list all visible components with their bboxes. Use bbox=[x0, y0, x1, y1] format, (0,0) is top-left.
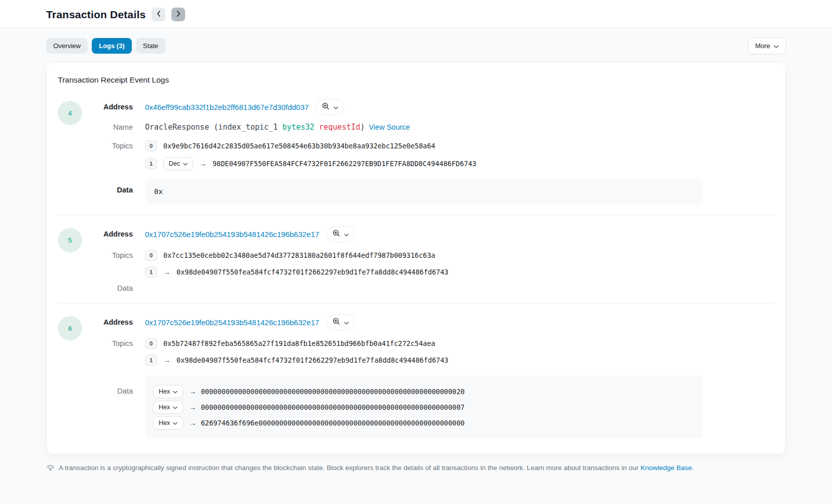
log-divider bbox=[58, 215, 774, 215]
log-entry: 5 Address 0x1707c526e19fe0b254193b548142… bbox=[58, 226, 774, 292]
topic-row: Topics 0 0x5b72487f892feba565865a27f191d… bbox=[58, 338, 774, 349]
more-dropdown-button[interactable]: More bbox=[748, 37, 786, 54]
zoom-in-icon bbox=[333, 318, 340, 327]
data-word-row: Hex → 0000000000000000000000000000000000… bbox=[153, 385, 695, 398]
event-logs-heading: Transaction Receipt Event Logs bbox=[58, 75, 774, 85]
contract-address-link[interactable]: 0x46eff99cab332f1b2eb2ff6813d67e7d30fdd0… bbox=[145, 103, 309, 111]
data-encoding-label: Hex bbox=[159, 388, 170, 395]
log-divider bbox=[58, 303, 774, 303]
chevron-down-icon bbox=[183, 160, 188, 167]
topic-index-badge: 1 bbox=[145, 355, 157, 366]
page-header: Transaction Details bbox=[0, 0, 832, 28]
topic-value: 0x9e9bc7616d42c2835d05ae617e508454e63b30… bbox=[163, 142, 435, 150]
footer-note: A transaction is a cryptographically sig… bbox=[46, 463, 786, 485]
data-label: Data bbox=[58, 376, 133, 395]
chevron-down-icon bbox=[774, 42, 779, 50]
topics-label: Topics bbox=[58, 251, 133, 259]
arrow-right-icon: → bbox=[189, 403, 196, 411]
log-index-badge: 4 bbox=[58, 101, 82, 125]
topic-index-badge: 1 bbox=[145, 266, 157, 278]
zoom-in-icon bbox=[322, 102, 330, 111]
data-encoding-dropdown[interactable]: Hex bbox=[153, 385, 183, 398]
topic-index-badge: 0 bbox=[145, 338, 157, 349]
topic-value: 0x5b72487f892feba565865a27f191da8fb1e852… bbox=[163, 339, 435, 347]
lightbulb-icon bbox=[46, 463, 55, 475]
chevron-down-icon bbox=[344, 319, 349, 326]
name-row: Name OracleResponse (index_topic_1 bytes… bbox=[58, 123, 774, 132]
topic-encoding-label: Dec bbox=[169, 160, 180, 167]
chevron-down-icon bbox=[173, 404, 177, 411]
chevron-down-icon bbox=[334, 103, 338, 111]
tab-logs[interactable]: Logs (3) bbox=[92, 38, 132, 54]
topic-index-badge: 1 bbox=[145, 158, 157, 169]
tabs-row: Overview Logs (3) State More bbox=[46, 37, 786, 54]
page-title: Transaction Details bbox=[46, 9, 146, 21]
next-transaction-button[interactable] bbox=[171, 8, 185, 21]
data-word-value: 0000000000000000000000000000000000000000… bbox=[201, 387, 464, 396]
data-word-row: Hex → 0000000000000000000000000000000000… bbox=[153, 401, 695, 414]
topic-value: 0x98de04907f550fea584fcf4732f01f2662297e… bbox=[176, 356, 448, 364]
arrow-right-icon: → bbox=[163, 268, 170, 276]
log-entry: 4 Address 0x46eff99cab332f1b2eb2ff6813d6… bbox=[58, 99, 774, 204]
topic-value: 0x7cc135e0cebb02c3480ae5d74d377283180a26… bbox=[163, 251, 435, 259]
log-entry: 6 Address 0x1707c526e19fe0b254193b548142… bbox=[58, 314, 774, 439]
data-row: Data Hex → 00000000000000000000000000000 bbox=[58, 376, 774, 439]
topic-encoding-dropdown[interactable]: Dec bbox=[163, 157, 193, 170]
knowledge-base-link[interactable]: Knowledge Base bbox=[640, 464, 692, 472]
address-zoom-dropdown-button[interactable] bbox=[327, 314, 355, 330]
log-index-badge: 5 bbox=[58, 228, 82, 252]
tab-overview[interactable]: Overview bbox=[46, 38, 88, 54]
address-row: Address 0x1707c526e19fe0b254193b5481426c… bbox=[58, 226, 774, 242]
tab-list: Overview Logs (3) State bbox=[46, 38, 165, 54]
tab-state[interactable]: State bbox=[136, 38, 165, 54]
topic-index-badge: 0 bbox=[145, 250, 157, 261]
topics-label: Topics bbox=[58, 142, 133, 150]
log-index-badge: 6 bbox=[58, 316, 82, 340]
log-data-box: Hex → 0000000000000000000000000000000000… bbox=[145, 376, 703, 439]
arrow-right-icon: → bbox=[199, 160, 206, 168]
data-row: Data 0x bbox=[58, 179, 774, 204]
contract-address-link[interactable]: 0x1707c526e19fe0b254193b5481426c196b632e… bbox=[145, 230, 319, 239]
topic-value: 0x98de04907f550fea584fcf4732f01f2662297e… bbox=[176, 268, 448, 276]
contract-address-link[interactable]: 0x1707c526e19fe0b254193b5481426c196b632e… bbox=[145, 318, 319, 327]
data-word-row: Hex → 626974636f696e00000000000000000000… bbox=[153, 416, 695, 430]
title-row: Transaction Details bbox=[46, 8, 786, 21]
event-logs-card: Transaction Receipt Event Logs 4 Address… bbox=[46, 62, 786, 454]
event-param-type: bytes32 bbox=[282, 123, 314, 132]
topic-index-badge: 0 bbox=[145, 140, 157, 151]
view-source-link[interactable]: View Source bbox=[369, 123, 410, 131]
topic-row: 1 → 0x98de04907f550fea584fcf4732f01f2662… bbox=[58, 355, 774, 366]
address-row: Address 0x1707c526e19fe0b254193b5481426c… bbox=[58, 314, 774, 330]
topic-row: 1 → 0x98de04907f550fea584fcf4732f01f2662… bbox=[58, 266, 774, 278]
data-encoding-label: Hex bbox=[159, 419, 170, 427]
topic-row: Topics 0 0x9e9bc7616d42c2835d05ae617e508… bbox=[58, 140, 774, 151]
event-param-name: requestId bbox=[314, 123, 360, 132]
address-zoom-dropdown-button[interactable] bbox=[327, 226, 355, 242]
chevron-down-icon bbox=[344, 230, 349, 238]
topics-label: Topics bbox=[58, 339, 133, 347]
main-content: Overview Logs (3) State More Transaction… bbox=[0, 28, 832, 485]
topic-row: 1 Dec → 98DE04907F550FEA584FCF4732F01F26… bbox=[58, 157, 774, 170]
arrow-right-icon: → bbox=[189, 419, 196, 427]
data-label: Data bbox=[58, 179, 133, 194]
data-encoding-dropdown[interactable]: Hex bbox=[153, 416, 183, 430]
address-zoom-dropdown-button[interactable] bbox=[316, 99, 344, 115]
chevron-down-icon bbox=[173, 419, 177, 427]
more-dropdown-label: More bbox=[755, 42, 770, 50]
topic-row: Topics 0 0x7cc135e0cebb02c3480ae5d74d377… bbox=[58, 250, 774, 261]
log-data-box: 0x bbox=[145, 179, 703, 204]
data-encoding-label: Hex bbox=[159, 404, 170, 411]
data-label: Data bbox=[58, 284, 133, 292]
address-row: Address 0x46eff99cab332f1b2eb2ff6813d67e… bbox=[58, 99, 774, 115]
arrow-right-icon: → bbox=[163, 356, 170, 364]
chevron-down-icon bbox=[173, 388, 177, 395]
topic-value: 98DE04907F550FEA584FCF4732F01F2662297EB9… bbox=[212, 160, 476, 168]
zoom-in-icon bbox=[333, 229, 340, 239]
arrow-right-icon: → bbox=[189, 387, 196, 396]
chevron-right-icon bbox=[176, 11, 180, 18]
event-signature: OracleResponse (index_topic_1 bytes32 re… bbox=[145, 123, 365, 132]
data-word-value: 626974636f696e00000000000000000000000000… bbox=[201, 419, 464, 427]
data-row: Data bbox=[58, 284, 774, 292]
data-encoding-dropdown[interactable]: Hex bbox=[153, 401, 183, 414]
previous-transaction-button[interactable] bbox=[152, 8, 165, 21]
